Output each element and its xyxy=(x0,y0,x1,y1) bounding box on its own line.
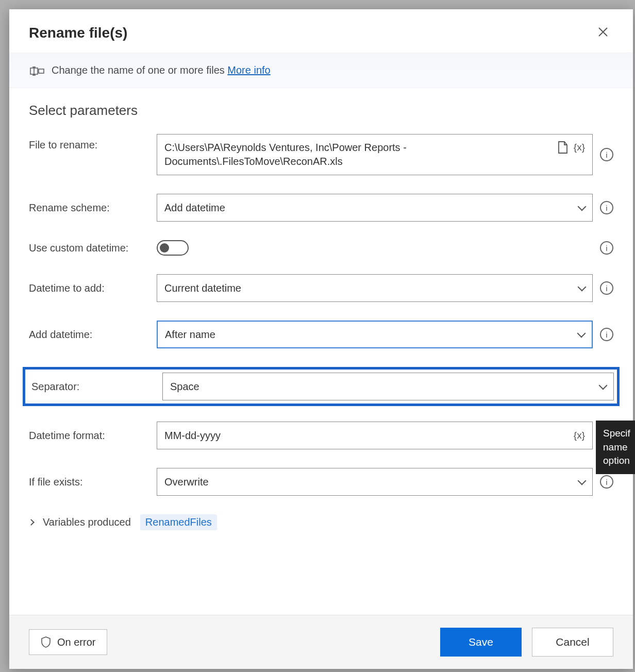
select-datetime-to-add[interactable]: Current datetime xyxy=(157,274,593,302)
row-if-file-exists: If file exists: Overwrite i xyxy=(29,468,613,496)
save-button[interactable]: Save xyxy=(440,628,522,657)
variables-produced-label: Variables produced xyxy=(43,516,131,528)
toggle-use-custom-datetime[interactable] xyxy=(157,240,189,256)
variable-renamed-files[interactable]: RenamedFiles xyxy=(140,514,217,530)
select-rename-scheme[interactable]: Add datetime xyxy=(157,194,593,222)
rename-files-dialog: Rename file(s) Change the name of one or… xyxy=(9,9,633,669)
label-datetime-to-add: Datetime to add: xyxy=(29,282,157,294)
chevron-down-icon xyxy=(578,283,587,292)
value-add-datetime: After name xyxy=(165,328,573,342)
row-rename-scheme: Rename scheme: Add datetime i xyxy=(29,194,613,222)
label-add-datetime: Add datetime: xyxy=(29,329,157,341)
row-use-custom-datetime: Use custom datetime: i xyxy=(29,240,613,256)
highlighted-separator-row: Separator: Space xyxy=(23,367,620,406)
value-rename-scheme: Add datetime xyxy=(164,201,574,215)
dialog-body: Select parameters File to rename: C:\Use… xyxy=(9,88,633,615)
more-info-link[interactable]: More info xyxy=(227,64,270,76)
row-add-datetime: Add datetime: After name i xyxy=(29,321,613,348)
separator-info-tooltip: Specif name option xyxy=(596,421,635,474)
value-separator: Space xyxy=(170,380,595,394)
info-icon[interactable]: i xyxy=(600,475,613,489)
row-file-to-rename: File to rename: C:\Users\PA\Reynolds Ven… xyxy=(29,134,613,175)
value-datetime-to-add: Current datetime xyxy=(164,281,574,295)
tooltip-line: Specif xyxy=(603,427,631,441)
cancel-button-label: Cancel xyxy=(556,636,589,648)
label-use-custom-datetime: Use custom datetime: xyxy=(29,242,157,254)
dialog-header: Rename file(s) xyxy=(9,9,633,53)
select-if-file-exists[interactable]: Overwrite xyxy=(157,468,593,496)
chevron-down-icon xyxy=(578,477,587,485)
select-add-datetime[interactable]: After name xyxy=(157,321,593,348)
row-datetime-format: Datetime format: MM-dd-yyyy {x} i xyxy=(29,422,613,449)
dialog-footer: On error Save Cancel xyxy=(9,615,633,669)
chevron-down-icon xyxy=(577,329,586,338)
label-datetime-format: Datetime format: xyxy=(29,430,157,442)
info-bar-text: Change the name of one or more files Mor… xyxy=(52,64,271,76)
info-icon[interactable]: i xyxy=(600,201,613,214)
svg-rect-1 xyxy=(39,69,44,73)
value-if-file-exists: Overwrite xyxy=(164,475,574,489)
chevron-down-icon xyxy=(599,381,608,390)
on-error-label: On error xyxy=(57,636,95,648)
cancel-button[interactable]: Cancel xyxy=(532,628,613,657)
variable-token-icon[interactable]: {x} xyxy=(574,142,585,153)
info-bar: Change the name of one or more files Mor… xyxy=(9,53,633,88)
label-rename-scheme: Rename scheme: xyxy=(29,202,157,214)
rename-files-icon xyxy=(30,65,42,76)
toggle-knob xyxy=(160,243,169,253)
section-title: Select parameters xyxy=(29,103,613,119)
shield-icon xyxy=(41,636,51,648)
info-icon[interactable]: i xyxy=(600,148,613,161)
save-button-label: Save xyxy=(469,636,493,648)
input-datetime-format[interactable]: MM-dd-yyyy {x} xyxy=(157,422,593,449)
info-icon[interactable]: i xyxy=(600,281,613,295)
select-separator[interactable]: Space xyxy=(162,373,614,400)
row-datetime-to-add: Datetime to add: Current datetime i xyxy=(29,274,613,302)
file-picker-icon[interactable] xyxy=(557,141,569,154)
value-file-to-rename: C:\Users\PA\Reynolds Ventures, Inc\Power… xyxy=(164,141,552,169)
label-separator: Separator: xyxy=(31,381,162,393)
value-datetime-format: MM-dd-yyyy xyxy=(164,429,569,443)
tooltip-line: option xyxy=(603,454,631,468)
chevron-right-icon xyxy=(28,519,35,526)
tooltip-line: name xyxy=(603,441,631,455)
info-description: Change the name of one or more files xyxy=(52,64,225,76)
variables-produced-row[interactable]: Variables produced RenamedFiles xyxy=(29,514,613,530)
variable-token-icon[interactable]: {x} xyxy=(574,430,585,441)
label-if-file-exists: If file exists: xyxy=(29,476,157,488)
close-icon[interactable] xyxy=(594,24,612,42)
input-file-to-rename[interactable]: C:\Users\PA\Reynolds Ventures, Inc\Power… xyxy=(157,134,593,175)
chevron-down-icon xyxy=(578,203,587,211)
info-icon[interactable]: i xyxy=(600,328,613,341)
info-icon[interactable]: i xyxy=(600,241,613,255)
on-error-button[interactable]: On error xyxy=(29,629,107,655)
row-separator: Separator: Space xyxy=(28,373,614,400)
label-file-to-rename: File to rename: xyxy=(29,134,157,151)
dialog-title: Rename file(s) xyxy=(29,25,127,41)
